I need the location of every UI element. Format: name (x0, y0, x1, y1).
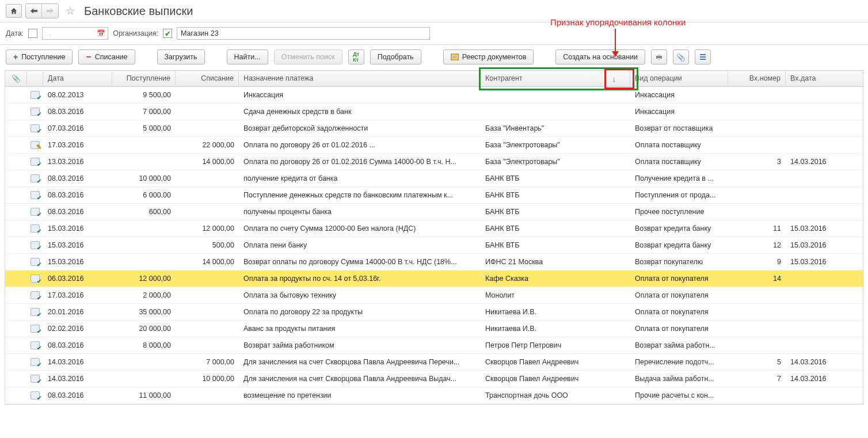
cell-counterparty: База "Электротовары" (481, 154, 630, 170)
table-row[interactable]: 08.03.20167 000,00Сдача денежных средств… (5, 104, 863, 120)
doc-ok-icon (31, 308, 40, 316)
cell-counterparty: ИФНС 21 Москва (481, 254, 630, 270)
cell-status (27, 254, 43, 270)
col-counterparty[interactable]: Контрагент ↓ (481, 71, 630, 86)
cell-in-date: 14.03.2016 (786, 154, 843, 170)
page-title: Банковские выписки (84, 5, 193, 18)
cell-outcome (176, 187, 239, 203)
table-row[interactable]: 08.03.20168 000,00Возврат займа работник… (5, 337, 863, 354)
table-row[interactable]: 08.02.20139 500,00ИнкассацияИнкассация (5, 87, 863, 104)
table-body: 08.02.20139 500,00ИнкассацияИнкассация08… (5, 87, 863, 404)
home-button[interactable] (6, 4, 22, 18)
back-button[interactable] (26, 4, 42, 18)
cell-in-number (728, 120, 786, 136)
cell-purpose: Оплата по счету Сумма 12000-00 Без налог… (239, 220, 481, 237)
table-row[interactable]: 14.03.20167 000,00Для зачисления на счет… (5, 354, 863, 371)
calendar-icon[interactable]: 📅 (96, 29, 105, 37)
cell-outcome: 500,00 (176, 237, 239, 253)
table-row[interactable]: 20.01.201635 000,00Оплата по договору 22… (5, 304, 863, 321)
table-row[interactable]: 07.03.20165 000,00Возврат дебиторской за… (5, 120, 863, 137)
nav-group (25, 3, 59, 18)
cell-purpose: Для зачисления на счет Скворцова Павла А… (239, 354, 481, 370)
print-icon (655, 53, 663, 61)
col-in-date[interactable]: Вх.дата (786, 71, 843, 86)
outcome-button[interactable]: −Списание (78, 49, 135, 64)
cell-status (27, 187, 43, 203)
col-attach[interactable]: 📎 (5, 71, 27, 86)
cell-outcome (176, 87, 239, 103)
table-row[interactable]: 13.03.201614 000,00Оплата по договору 26… (5, 154, 863, 170)
cell-in-number: 3 (728, 154, 786, 170)
cell-income: 20 000,00 (112, 321, 176, 337)
table-row[interactable]: 02.02.201620 000,00Аванс за продукты пит… (5, 321, 863, 337)
cell-in-number (728, 204, 786, 220)
cell-in-number: 12 (728, 237, 786, 253)
cancel-search-button[interactable]: Отменить поиск (274, 49, 342, 64)
date-field[interactable]: . . 📅 (42, 27, 108, 40)
table-row[interactable]: 06.03.201612 000,00Оплата за продукты по… (5, 271, 863, 287)
col-purpose[interactable]: Назначение платежа (239, 71, 481, 86)
doc-ok-icon (31, 375, 40, 383)
cell-operation: Инкассация (630, 104, 728, 120)
list-icon (699, 53, 707, 61)
cell-purpose: Оплата за бытовую технику (239, 287, 481, 303)
table-row[interactable]: 08.03.201610 000,00получение кредита от … (5, 170, 863, 187)
table-row[interactable]: 08.03.201611 000,00возмещение по претенз… (5, 387, 863, 404)
cell-purpose: Возврат займа работником (239, 337, 481, 353)
table-row[interactable]: 17.03.20162 000,00Оплата за бытовую техн… (5, 287, 863, 304)
table-row[interactable]: 15.03.2016500,00Оплата пени банкуБАНК ВТ… (5, 237, 863, 254)
cell-counterparty: База "Инвентарь" (481, 120, 630, 136)
cell-status (27, 137, 43, 153)
cell-status (27, 387, 43, 403)
cell-counterparty: БАНК ВТБ (481, 220, 630, 237)
table-row[interactable]: 14.03.201610 000,00Для зачисления на сче… (5, 371, 863, 387)
cell-in-date (786, 187, 843, 203)
cell-attach (5, 170, 27, 186)
cell-in-date: 14.03.2016 (786, 354, 843, 370)
cell-counterparty: БАНК ВТБ (481, 237, 630, 253)
cell-operation: Оплата от покупателя (630, 271, 728, 287)
date-checkbox[interactable] (28, 29, 37, 38)
pick-button[interactable]: Подобрать (370, 49, 421, 64)
org-field[interactable]: Магазин 23 (177, 27, 430, 40)
cell-status (27, 371, 43, 387)
favorite-button[interactable]: ☆ (62, 4, 78, 18)
registry-button[interactable]: Реестр документов (443, 49, 534, 64)
cell-operation: Оплата от покупателя (630, 321, 728, 337)
col-date[interactable]: Дата (43, 71, 112, 86)
col-outcome[interactable]: Списание (176, 71, 239, 86)
cell-operation: Возврат покупателю (630, 254, 728, 270)
cell-outcome (176, 120, 239, 136)
cell-date: 07.03.2016 (43, 120, 112, 136)
list-button[interactable] (695, 49, 711, 64)
doc-ok-icon (31, 291, 40, 299)
cell-purpose: Аванс за продукты питания (239, 321, 481, 337)
cell-purpose: Оплата пени банку (239, 237, 481, 253)
dtkt-button[interactable]: ДтКт (348, 49, 364, 64)
col-income[interactable]: Поступление (112, 71, 176, 86)
create-based-button[interactable]: Создать на основании (555, 49, 645, 64)
income-button[interactable]: +Поступление (6, 49, 73, 64)
col-status[interactable] (27, 71, 43, 86)
load-button[interactable]: Загрузить (157, 49, 205, 64)
col-in-number[interactable]: Вх.номер (728, 71, 786, 86)
table-row[interactable]: 08.03.20166 000,00Поступление денежных с… (5, 187, 863, 204)
find-button[interactable]: Найти... (227, 49, 268, 64)
table-row[interactable]: 08.03.2016600,00получены проценты банкаБ… (5, 204, 863, 220)
attach-button[interactable]: 📎 (673, 49, 689, 64)
col-operation-type[interactable]: Вид операции (630, 71, 728, 86)
table-row[interactable]: 15.03.201614 000,00Возврат оплаты по дог… (5, 254, 863, 271)
forward-button[interactable] (42, 4, 58, 18)
cell-purpose: Оплата по договору 26 от 01.02.2016 Сумм… (239, 154, 481, 170)
cell-operation: Оплата поставщику (630, 154, 728, 170)
cell-attach (5, 321, 27, 337)
org-checkbox[interactable]: ✔ (163, 29, 172, 38)
cell-in-date: 15.03.2016 (786, 220, 843, 237)
table-row[interactable]: 15.03.201612 000,00Оплата по счету Сумма… (5, 220, 863, 237)
cell-in-date (786, 321, 843, 337)
table-row[interactable]: 17.03.201622 000,00Оплата по договору 26… (5, 137, 863, 154)
print-button[interactable] (651, 49, 667, 64)
cell-date: 14.03.2016 (43, 371, 112, 387)
cell-in-number (728, 187, 786, 203)
doc-ok-icon (31, 174, 40, 182)
